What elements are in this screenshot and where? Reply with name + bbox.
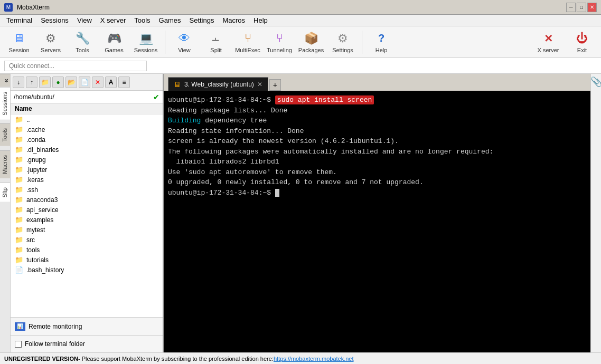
toolbar-tools-label: Tools — [76, 47, 89, 53]
file-panel: ↓ ↑ 📁 ● 📂 📄 ✕ A ≡ /home/ubuntu/ ✔ Name 📁… — [11, 74, 164, 352]
list-item[interactable]: 📁 tools — [11, 245, 163, 255]
attach-icon[interactable]: 📎 — [590, 76, 602, 88]
toolbar-packages[interactable]: 📦 Packages — [296, 28, 326, 56]
list-item[interactable]: 📁 src — [11, 235, 163, 245]
toolbar-tools[interactable]: 🔧 Tools — [68, 28, 97, 56]
toolbar-help-label: Help — [375, 47, 388, 53]
file-list-header: Name — [11, 103, 163, 114]
minimize-button[interactable]: ─ — [566, 3, 576, 12]
list-item[interactable]: 📁 examples — [11, 215, 163, 225]
file-name: .keras — [26, 176, 44, 184]
list-item[interactable]: 📁 .jupyter — [11, 165, 163, 175]
fp-btn-text[interactable]: A — [105, 76, 117, 88]
menu-help[interactable]: Help — [249, 15, 272, 25]
file-name: .ssh — [26, 186, 38, 194]
terminal-tab-add[interactable]: + — [269, 79, 281, 91]
right-panel: 📎 — [590, 74, 601, 352]
fp-btn-more[interactable]: ≡ — [118, 76, 130, 88]
list-item[interactable]: 📁 .ssh — [11, 185, 163, 195]
sessions-icon: 💻 — [138, 31, 153, 46]
file-name: anaconda3 — [26, 196, 58, 204]
toolbar-multiexec-label: MultiExec — [235, 47, 260, 53]
menu-settings[interactable]: Settings — [185, 15, 219, 25]
side-tab-collapse[interactable]: « — [0, 74, 10, 87]
path-bar: /home/ubuntu/ ✔ — [11, 91, 163, 103]
fp-btn-upload[interactable]: ↑ — [26, 76, 37, 88]
menu-tools[interactable]: Tools — [130, 15, 154, 25]
maximize-button[interactable]: □ — [577, 3, 586, 12]
fp-btn-green[interactable]: ● — [52, 76, 64, 88]
list-item[interactable]: 📄 .bash_history — [11, 265, 163, 275]
menu-terminal[interactable]: Terminal — [2, 15, 36, 25]
toolbar-sessions-label: Sessions — [134, 47, 158, 53]
list-item[interactable]: 📁 .keras — [11, 175, 163, 185]
folder-icon: 📁 — [15, 196, 23, 204]
toolbar-session[interactable]: 🖥 Session — [4, 28, 34, 56]
status-link[interactable]: https://mobaxterm.mobatek.net — [274, 356, 354, 362]
sidebar-item-sessions[interactable]: Sessions — [0, 87, 10, 120]
file-panel-toolbar: ↓ ↑ 📁 ● 📂 📄 ✕ A ≡ — [11, 74, 163, 91]
remote-monitoring-button[interactable]: 📊 Remote monitoring — [11, 318, 163, 336]
list-item[interactable]: 📁 mytest — [11, 225, 163, 235]
toolbar-multiexec[interactable]: ⑂ MultiExec — [233, 28, 262, 56]
list-item[interactable]: 📁 .gnupg — [11, 155, 163, 165]
status-message: - Please support MobaXterm by subscribin… — [78, 356, 274, 362]
file-name: .dl_binaries — [26, 146, 59, 154]
toolbar-games[interactable]: 🎮 Games — [99, 28, 129, 56]
list-item[interactable]: 📁 api_service — [11, 205, 163, 215]
list-item[interactable]: 📁 .conda — [11, 135, 163, 145]
file-name: mytest — [26, 226, 45, 234]
menu-games[interactable]: Games — [155, 15, 185, 25]
follow-folder-checkbox[interactable] — [15, 341, 22, 348]
toolbar-exit[interactable]: ⏻ Exit — [567, 28, 597, 56]
title-bar-text: MobaXterm — [17, 4, 566, 11]
terminal-line-6: The following packages were automaticall… — [168, 147, 586, 157]
current-path: /home/ubuntu/ — [14, 93, 151, 101]
list-item[interactable]: 📁 .. — [11, 114, 163, 124]
folder-icon: 📁 — [15, 116, 23, 123]
fp-btn-download[interactable]: ↓ — [13, 76, 24, 88]
menu-macros[interactable]: Macros — [218, 15, 249, 25]
fp-btn-folder[interactable]: 📂 — [65, 76, 77, 88]
terminal-line-10: ubuntu@ip-172-31-34-84:~$ — [168, 188, 586, 198]
command-highlight: sudo apt install screen — [275, 95, 374, 104]
sidebar-item-macros[interactable]: Macros — [0, 150, 10, 178]
folder-icon: 📁 — [15, 136, 23, 143]
fp-btn-delete[interactable]: ✕ — [92, 76, 104, 88]
list-item[interactable]: 📁 .dl_binaries — [11, 145, 163, 155]
settings-icon: ⚙ — [335, 31, 350, 46]
terminal-line-3: Building dependency tree — [168, 116, 586, 126]
toolbar-sessions[interactable]: 💻 Sessions — [131, 28, 161, 56]
terminal-line-8: Use 'sudo apt autoremove' to remove them… — [168, 167, 586, 178]
terminal-line-4: Reading state information... Done — [168, 126, 586, 137]
terminal-tab-active[interactable]: 🖥 3. Web_classify (ubuntu) ✕ — [168, 77, 268, 91]
menu-sessions[interactable]: Sessions — [36, 15, 73, 25]
xserver-icon: ✕ — [541, 31, 556, 46]
toolbar-help[interactable]: ? Help — [367, 28, 396, 56]
terminal-tab-icon: 🖥 — [174, 80, 181, 89]
exit-icon: ⏻ — [575, 31, 589, 46]
toolbar-settings[interactable]: ⚙ Settings — [328, 28, 358, 56]
sidebar-item-tools[interactable]: Tools — [0, 123, 10, 146]
menu-view[interactable]: View — [73, 15, 96, 25]
terminal-tab-close[interactable]: ✕ — [257, 81, 262, 88]
toolbar-view[interactable]: 👁 View — [170, 28, 199, 56]
fp-btn-newdir[interactable]: 📁 — [39, 76, 51, 88]
file-name: examples — [26, 216, 53, 224]
list-item[interactable]: 📁 .cache — [11, 124, 163, 135]
toolbar-split[interactable]: ⫠ Split — [201, 28, 231, 56]
toolbar-exit-label: Exit — [577, 47, 587, 53]
menu-xserver[interactable]: X server — [96, 15, 130, 25]
toolbar-tunneling[interactable]: ⑂ Tunneling — [265, 28, 294, 56]
folder-icon: 📁 — [15, 246, 23, 254]
list-item[interactable]: 📁 anaconda3 — [11, 195, 163, 205]
terminal-content[interactable]: ubuntu@ip-172-31-34-84:~$ sudo apt insta… — [164, 91, 590, 352]
quickconnect-input[interactable] — [4, 61, 147, 71]
fp-btn-file[interactable]: 📄 — [79, 76, 90, 88]
sidebar-item-sftp[interactable]: Sftp — [0, 183, 10, 202]
list-item[interactable]: 📁 tutorials — [11, 255, 163, 265]
toolbar-xserver[interactable]: ✕ X server — [533, 28, 563, 56]
close-button[interactable]: ✕ — [587, 3, 597, 12]
toolbar-servers[interactable]: ⚙ Servers — [36, 28, 65, 56]
file-name: .jupyter — [26, 166, 47, 174]
